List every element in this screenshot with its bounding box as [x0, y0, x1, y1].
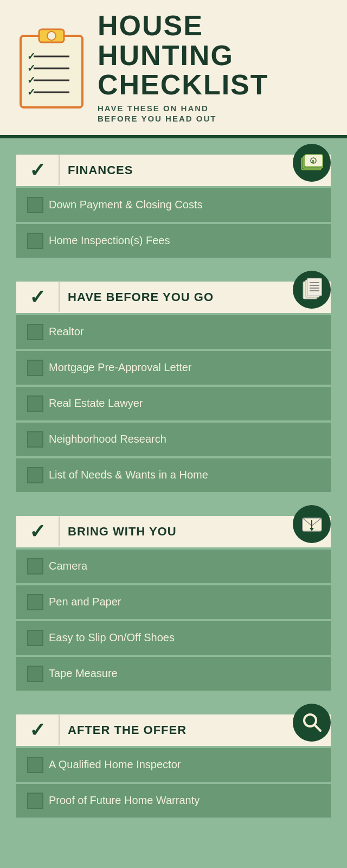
- bring-with-title: BRING WITH YOU: [60, 516, 331, 547]
- item-label: Easy to Slip On/Off Shoes: [49, 631, 175, 644]
- item-checkbox[interactable]: [27, 395, 43, 412]
- list-item: Pen and Paper: [16, 585, 331, 619]
- item-label: Pen and Paper: [49, 596, 121, 608]
- item-label: Camera: [49, 560, 87, 572]
- have-before-check: ✓: [16, 282, 60, 312]
- finances-check: ✓: [16, 155, 60, 185]
- have-before-title: HAVE BEFORE YOU GO: [60, 282, 331, 313]
- clipboard-icon: ✓ ✓ ✓ ✓: [16, 24, 87, 111]
- finances-icon: $: [293, 144, 331, 182]
- svg-text:$: $: [312, 159, 314, 164]
- item-label: A Qualified Home Inspector: [49, 758, 181, 771]
- item-checkbox[interactable]: [27, 233, 43, 249]
- list-item: Camera: [16, 550, 331, 583]
- content: $ ✓ FINANCES Down Payment & Closing Cost…: [0, 138, 347, 841]
- search-icon: [293, 704, 331, 742]
- item-checkbox[interactable]: [27, 558, 43, 575]
- header-text: HOUSE HUNTING CHECKLIST HAVE THESE ON HA…: [98, 11, 269, 124]
- item-label: Realtor: [49, 326, 83, 338]
- item-label: Tape Measure: [49, 667, 118, 680]
- list-item: Neighborhood Research: [16, 423, 331, 456]
- item-checkbox[interactable]: [27, 467, 43, 483]
- section-finances: $ ✓ FINANCES Down Payment & Closing Cost…: [16, 155, 331, 260]
- svg-rect-18: [307, 278, 322, 296]
- svg-line-27: [314, 725, 320, 731]
- header: ✓ ✓ ✓ ✓ HOUSE HUNTING CHECKLIST HAVE THE…: [0, 0, 347, 138]
- list-item: A Qualified Home Inspector: [16, 748, 331, 782]
- header-title: HOUSE HUNTING CHECKLIST: [98, 11, 269, 100]
- after-offer-header: ✓ AFTER THE OFFER: [16, 714, 331, 746]
- item-checkbox[interactable]: [27, 757, 43, 773]
- section-have-before: ✓ HAVE BEFORE YOU GO Realtor Mortgage Pr…: [16, 282, 331, 494]
- list-item: Mortgage Pre-Approval Letter: [16, 351, 331, 385]
- list-item: Easy to Slip On/Off Shoes: [16, 621, 331, 655]
- list-item: List of Needs & Wants in a Home: [16, 458, 331, 492]
- item-label: List of Needs & Wants in a Home: [49, 469, 208, 481]
- after-offer-title: AFTER THE OFFER: [60, 714, 331, 746]
- svg-text:✓: ✓: [27, 51, 35, 62]
- list-item: Realtor: [16, 315, 331, 349]
- svg-point-2: [47, 31, 56, 40]
- bring-with-header: ✓ BRING WITH YOU: [16, 516, 331, 547]
- finances-header: ✓ FINANCES: [16, 155, 331, 186]
- item-checkbox[interactable]: [27, 431, 43, 448]
- item-label: Neighborhood Research: [49, 433, 166, 445]
- item-checkbox[interactable]: [27, 630, 43, 646]
- item-checkbox[interactable]: [27, 793, 43, 809]
- hands-icon: [293, 505, 331, 543]
- finances-title: FINANCES: [60, 155, 331, 186]
- item-checkbox[interactable]: [27, 666, 43, 682]
- list-item: Proof of Future Home Warranty: [16, 784, 331, 818]
- header-subtitle: HAVE THESE ON HANDBEFORE YOU HEAD OUT: [98, 103, 269, 124]
- item-label: Proof of Future Home Warranty: [49, 794, 200, 807]
- svg-text:✓: ✓: [27, 87, 35, 98]
- have-before-header: ✓ HAVE BEFORE YOU GO: [16, 282, 331, 313]
- section-after-offer: ✓ AFTER THE OFFER A Qualified Home Inspe…: [16, 714, 331, 820]
- item-checkbox[interactable]: [27, 360, 43, 376]
- item-checkbox[interactable]: [27, 324, 43, 340]
- svg-text:✓: ✓: [27, 75, 35, 86]
- bring-with-check: ✓: [16, 516, 60, 546]
- item-label: Home Inspection(s) Fees: [49, 234, 170, 247]
- list-item: Down Payment & Closing Costs: [16, 188, 331, 222]
- after-offer-check: ✓: [16, 715, 60, 745]
- list-item: Home Inspection(s) Fees: [16, 224, 331, 258]
- list-item: Real Estate Lawyer: [16, 387, 331, 420]
- documents-icon: [293, 271, 331, 309]
- section-bring-with: ✓ BRING WITH YOU Camera Pen and Paper Ea…: [16, 516, 331, 693]
- item-label: Real Estate Lawyer: [49, 397, 143, 410]
- svg-text:✓: ✓: [27, 63, 35, 74]
- list-item: Tape Measure: [16, 657, 331, 691]
- item-checkbox[interactable]: [27, 594, 43, 610]
- item-label: Mortgage Pre-Approval Letter: [49, 361, 191, 374]
- item-label: Down Payment & Closing Costs: [49, 199, 202, 211]
- item-checkbox[interactable]: [27, 197, 43, 213]
